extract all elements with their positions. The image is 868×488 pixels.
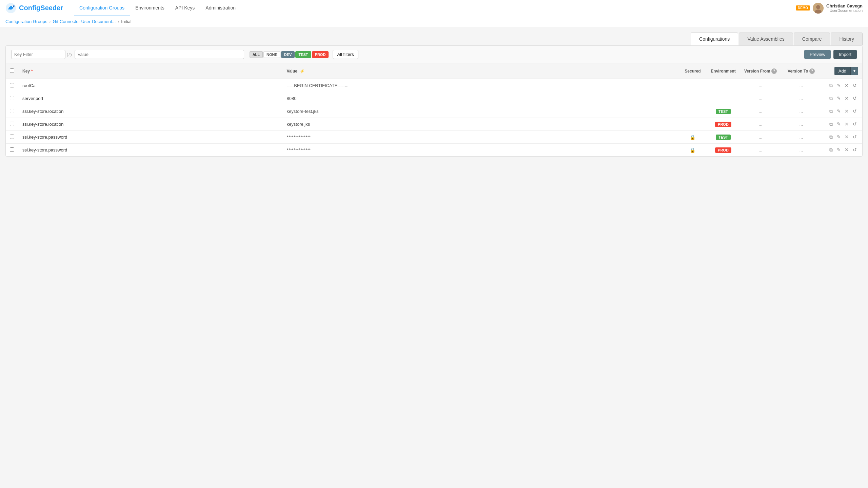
delete-icon[interactable]: ✕ [843, 82, 850, 89]
env-tag: TEST [716, 109, 731, 114]
row-environment [706, 79, 740, 92]
row-secured [679, 92, 706, 105]
nav-config-groups[interactable]: Configuration Groups [74, 0, 130, 16]
tab-compare[interactable]: Compare [794, 33, 830, 45]
row-checkbox[interactable] [10, 96, 14, 100]
history-icon[interactable]: ↺ [851, 108, 858, 115]
copy-icon[interactable]: ⧉ [828, 121, 834, 128]
th-key-required: * [31, 69, 33, 74]
env-tag: PROD [715, 122, 731, 127]
tab-configurations[interactable]: Configurations [691, 33, 738, 45]
row-actions: ⧉ ✎ ✕ ↺ [822, 144, 862, 157]
env-btn-prod[interactable]: PROD [312, 51, 329, 58]
history-icon[interactable]: ↺ [851, 146, 858, 153]
all-filters-button[interactable]: All filters [333, 50, 358, 59]
table-row: ssl.key-store.password**************🔒TES… [6, 131, 862, 144]
row-checkbox-cell [6, 144, 18, 157]
row-version-to: ... [781, 118, 822, 131]
add-button-caret[interactable]: ▾ [850, 67, 858, 75]
row-environment: PROD [706, 144, 740, 157]
svg-point-1 [12, 6, 13, 7]
row-checkbox[interactable] [10, 135, 14, 139]
row-key: ssl.key-store.location [18, 105, 283, 118]
row-checkbox-cell [6, 118, 18, 131]
row-actions: ⧉ ✎ ✕ ↺ [822, 118, 862, 131]
copy-icon[interactable]: ⧉ [828, 146, 834, 154]
preview-button[interactable]: Preview [804, 50, 831, 59]
tab-history[interactable]: History [831, 33, 863, 45]
import-button[interactable]: Import [833, 50, 857, 59]
row-key: server.port [18, 92, 283, 105]
main-content: Configurations Value Assemblies Compare … [0, 27, 868, 488]
row-value: keystore.jks [283, 118, 679, 131]
env-btn-all[interactable]: ALL [250, 51, 263, 58]
env-btn-dev[interactable]: DEV [281, 51, 295, 58]
breadcrumb-git-connector[interactable]: Git Connector User-Document... [53, 19, 116, 24]
copy-icon[interactable]: ⧉ [828, 134, 834, 141]
row-value: ************** [283, 144, 679, 157]
delete-icon[interactable]: ✕ [843, 146, 850, 153]
table-body: rootCa-----BEGIN CERTIFICATE-----.......… [6, 79, 862, 156]
version-from-help-icon[interactable]: ? [771, 68, 777, 74]
delete-icon[interactable]: ✕ [843, 108, 850, 115]
logo[interactable]: ConfigSeeder [5, 3, 63, 14]
version-to-help-icon[interactable]: ? [809, 68, 815, 74]
th-version-to: Version To ? [781, 63, 822, 79]
logo-bird-icon [5, 3, 16, 14]
delete-icon[interactable]: ✕ [843, 121, 850, 127]
breadcrumb-config-groups[interactable]: Configuration Groups [5, 19, 47, 24]
edit-icon[interactable]: ✎ [835, 82, 842, 89]
nav-api-keys[interactable]: API Keys [170, 0, 200, 16]
row-environment [706, 92, 740, 105]
nav-environments[interactable]: Environments [130, 0, 170, 16]
delete-icon[interactable]: ✕ [843, 134, 850, 140]
env-filter-group: ALL NONE DEV TEST PROD [250, 51, 329, 58]
row-checkbox[interactable] [10, 147, 14, 152]
value-filter-input[interactable] [75, 50, 244, 59]
row-value: 8080 [283, 92, 679, 105]
nav-administration[interactable]: Administration [200, 0, 241, 16]
add-button[interactable]: Add [834, 67, 850, 75]
history-icon[interactable]: ↺ [851, 134, 858, 140]
row-checkbox[interactable] [10, 83, 14, 87]
row-checkbox[interactable] [10, 122, 14, 126]
row-secured [679, 118, 706, 131]
row-version-to: ... [781, 92, 822, 105]
th-select-all[interactable] [6, 63, 18, 79]
top-nav: ConfigSeeder Configuration Groups Enviro… [0, 0, 868, 16]
row-checkbox[interactable] [10, 109, 14, 113]
row-version-from: ... [740, 105, 781, 118]
th-value-icon: ⚡ [300, 69, 305, 74]
history-icon[interactable]: ↺ [851, 95, 858, 102]
th-secured: Secured [679, 63, 706, 79]
edit-icon[interactable]: ✎ [835, 121, 842, 127]
lock-icon: 🔒 [690, 135, 695, 140]
table-header-row: Key * Value ⚡ Secured Environment Versio… [6, 63, 862, 79]
delete-icon[interactable]: ✕ [843, 95, 850, 102]
history-icon[interactable]: ↺ [851, 121, 858, 127]
tab-value-assemblies[interactable]: Value Assemblies [739, 33, 793, 45]
key-filter-input[interactable] [11, 50, 65, 59]
history-icon[interactable]: ↺ [851, 82, 858, 89]
select-all-checkbox[interactable] [10, 68, 14, 73]
row-version-to: ... [781, 79, 822, 92]
env-btn-test[interactable]: TEST [295, 51, 311, 58]
edit-icon[interactable]: ✎ [835, 108, 842, 115]
env-btn-none[interactable]: NONE [263, 51, 280, 58]
row-key: ssl.key-store.password [18, 131, 283, 144]
row-actions: ⧉ ✎ ✕ ↺ [822, 92, 862, 105]
edit-icon[interactable]: ✎ [835, 95, 842, 102]
copy-icon[interactable]: ⧉ [828, 82, 834, 89]
row-version-from: ... [740, 131, 781, 144]
add-button-group[interactable]: Add ▾ [834, 67, 858, 75]
edit-icon[interactable]: ✎ [835, 134, 842, 140]
copy-icon[interactable]: ⧉ [828, 95, 834, 102]
row-key: rootCa [18, 79, 283, 92]
th-version-from: Version From ? [740, 63, 781, 79]
table-row: rootCa-----BEGIN CERTIFICATE-----.......… [6, 79, 862, 92]
row-checkbox-cell [6, 105, 18, 118]
edit-icon[interactable]: ✎ [835, 146, 842, 153]
user-name: Christian Cavegn [826, 3, 863, 8]
copy-icon[interactable]: ⧉ [828, 108, 834, 115]
nav-links: Configuration Groups Environments API Ke… [74, 0, 796, 16]
